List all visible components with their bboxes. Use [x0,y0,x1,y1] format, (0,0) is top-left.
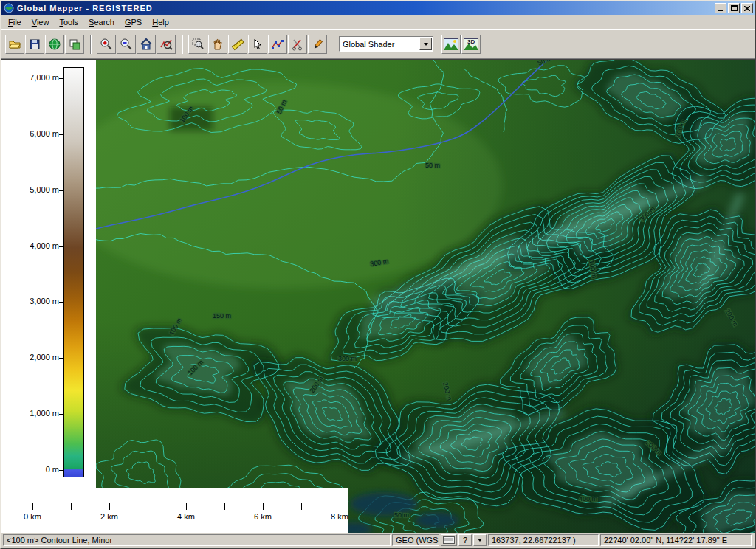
legend-tick [59,134,63,135]
status-projection: GEO (WGS8 [392,534,439,546]
status-latlon: 22?40' 02.00" N, 114?22' 17.89" E [600,534,752,546]
view-3d-label: 3D [467,38,475,45]
legend-label: 4,000 m [30,241,59,250]
save-button[interactable] [25,35,44,54]
keyboard-icon[interactable] [441,534,457,546]
chevron-down-icon[interactable] [419,38,432,50]
status-bar: <100 m> Contour Line, Minor GEO (WGS8 ? … [1,533,755,548]
contour-label: 50 m [394,511,409,519]
contour-label: 50 m [425,162,440,169]
scale-bar-label: 2 km [93,512,126,521]
menu-file[interactable]: File [3,15,27,29]
toolbar-separator [182,35,183,54]
digitizer-tool-button[interactable] [288,35,307,54]
minimize-button[interactable] [715,3,726,13]
map-viewport[interactable]: 100 m50 m50 m50 m300 m150 m100 m100 m300… [96,60,755,533]
legend-tick [59,190,63,191]
shader-select-value: Global Shader [340,40,419,49]
open-file-button[interactable] [5,35,24,54]
scale-bar-tick [301,503,302,510]
select-tool-button[interactable] [248,35,267,54]
toolbar-group-tools [188,34,329,55]
scale-bar-tick [340,503,340,510]
contour-label: 400 m [579,495,597,503]
legend-label: 5,000 m [30,185,59,194]
legend-label: 3,000 m [30,297,59,305]
contour-label: 300 m [338,355,357,362]
window-title: Global Mapper - REGISTERED [17,4,713,13]
scale-bar-label: 6 km [247,512,279,521]
feature-info-pen-button[interactable] [308,35,327,54]
scale-bar: 0 km2 km4 km6 km8 km [24,488,348,533]
zoom-out-button[interactable] [117,35,136,54]
elevation-legend: 7,000 m6,000 m5,000 m4,000 m3,000 m2,000… [1,60,96,533]
zoom-in-button[interactable] [97,35,116,54]
scale-bar-tick [148,503,148,510]
scale-bar-tick [109,503,110,510]
title-bar[interactable]: Global Mapper - REGISTERED [1,1,755,15]
scale-bar-tick [186,503,187,510]
legend-label: 2,000 m [30,353,59,362]
scale-bar-tick [263,503,264,510]
global-mapper-window: Global Mapper - REGISTERED File View Too… [0,0,756,549]
zoom-tool-button[interactable] [188,35,207,54]
close-button[interactable] [741,3,753,13]
overlay-control-button[interactable] [65,35,84,54]
app-icon [3,3,15,13]
help-button[interactable]: ? [458,534,472,546]
status-dropdown-arrow[interactable] [473,534,487,546]
status-cursor-coords: 163737, 22.66722137 ) [488,534,599,546]
map-workspace: 100 m50 m50 m50 m300 m150 m100 m100 m300… [1,59,755,533]
toolbar: Global Shader 3D [1,30,755,59]
view-3d-button[interactable]: 3D [461,35,481,54]
menu-bar: File View Tools Search GPS Help [1,15,755,30]
globe-workspace-button[interactable] [45,35,64,54]
legend-label: 6,000 m [30,129,59,138]
scale-bar-tick [71,503,72,510]
menu-gps[interactable]: GPS [120,15,147,29]
legend-tick [59,358,63,359]
legend-tick [59,302,63,303]
menu-tools[interactable]: Tools [54,15,83,29]
elevation-color-bar [63,67,84,477]
scale-bar-label: 0 km [16,512,49,521]
scale-bar-label: 4 km [170,512,202,521]
hillshade-toggle-button[interactable] [441,35,461,54]
scale-bar-label: 8 km [323,512,356,521]
legend-tick [59,78,63,79]
menu-view[interactable]: View [27,15,55,29]
toolbar-group-3d: 3D [441,34,482,55]
legend-label: 0 m [46,465,59,474]
home-full-extent-button[interactable] [137,35,156,54]
legend-tick [59,414,63,415]
toolbar-group-file [4,34,86,55]
maximize-button[interactable] [728,3,740,13]
path-profile-tool-button[interactable] [268,35,287,54]
scale-bar-tick [32,503,33,510]
zoom-to-scale-button[interactable] [157,35,176,54]
legend-tick [59,246,63,247]
shader-select[interactable]: Global Shader [339,36,433,52]
toolbar-group-zoom [96,34,177,55]
toolbar-separator [90,35,92,54]
menu-help[interactable]: Help [147,15,174,29]
status-feature-info: <100 m> Contour Line, Minor [3,534,391,546]
legend-label: 7,000 m [30,73,59,82]
contour-label: 150 m [213,312,231,320]
scale-bar-tick [224,503,225,510]
pan-tool-button[interactable] [208,35,227,54]
menu-search[interactable]: Search [83,15,120,29]
legend-tick [59,470,63,471]
measure-tool-button[interactable] [228,35,247,54]
legend-label: 1,000 m [30,409,59,418]
